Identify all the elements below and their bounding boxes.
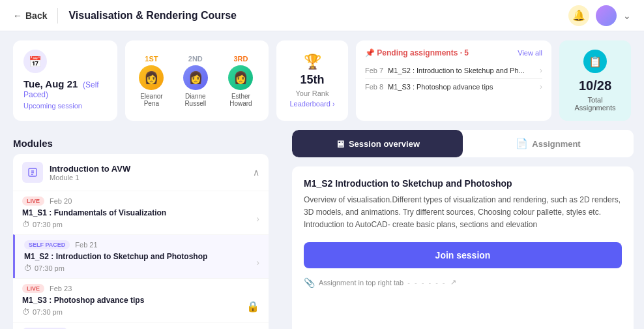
lesson-tag-row-1: LIVE Feb 20 <box>22 196 259 206</box>
header: ← Back Visualisation & Rendering Course … <box>0 0 644 31</box>
view-all-link[interactable]: View all <box>518 49 542 57</box>
assign-item-2[interactable]: Feb 8 M1_S3 : Photoshop advance tips › <box>365 79 542 95</box>
date-label: Tue, Aug 21 <box>23 78 78 89</box>
modules-title: Modules <box>13 130 269 154</box>
lock-icon: 🔒 <box>246 300 259 313</box>
assign-date-1: Feb 7 <box>365 67 388 74</box>
lesson-title-3: M1_S3 : Photoshop advance tips <box>22 296 144 305</box>
total-label: Total Assignments <box>570 96 621 112</box>
lesson-item-2[interactable]: SELF PACED Feb 21 M1_S2 : Introduction t… <box>13 234 269 278</box>
cards-row: 📅 Tue, Aug 21 (Self Paced) Upcoming sess… <box>0 31 644 130</box>
session-title: M1_S2 Introduction to Sketchup and Photo… <box>304 178 622 189</box>
lesson-row-1: M1_S1 : Fundamentals of Visualization ⏱ … <box>22 208 259 229</box>
pin-icon: 📌 <box>365 48 377 57</box>
session-card: M1_S2 Introduction to Sketchup and Photo… <box>292 166 634 329</box>
header-icons: 🔔 ⌄ <box>568 5 631 26</box>
assign-date-2: Feb 8 <box>365 83 388 91</box>
assign-arrow-2: › <box>540 82 542 91</box>
assign-text-1: M1_S2 : Introduction to Sketchup and Ph.… <box>388 67 540 74</box>
hint-arrow: ↗ <box>450 278 456 287</box>
assign-text-2: M1_S3 : Photoshop advance tips <box>388 83 540 91</box>
hint-row: 📎 Assignment in top right tab - - - - - … <box>304 277 622 288</box>
content-panel: 🖥 Session overview 📄 Assignment M1_S2 In… <box>282 130 644 329</box>
tab-assignment[interactable]: 📄 Assignment <box>463 130 634 157</box>
lb-name-3: Esther Howard <box>224 93 258 107</box>
assign-item-1[interactable]: Feb 7 M1_S2 : Introduction to Sketchup a… <box>365 63 542 79</box>
lesson-tag-2: SELF PACED <box>24 240 70 249</box>
lesson-date-1: Feb 20 <box>50 197 72 205</box>
lesson-title-2: M1_S2 : Introduction to Sketchup and Pho… <box>24 252 207 261</box>
date-card: 📅 Tue, Aug 21 (Self Paced) Upcoming sess… <box>13 40 117 121</box>
lesson-tag-1: LIVE <box>22 196 44 206</box>
lb-person-2: 2ND 👩 Dianne Russell <box>178 55 213 107</box>
lesson-arrow-2: › <box>256 257 259 268</box>
page-title: Visualisation & Rendering Course <box>68 10 558 22</box>
session-icon: 🖥 <box>335 138 345 149</box>
back-icon: ← <box>13 10 22 21</box>
lb-rank-3: 3RD <box>233 55 248 63</box>
leaderboard-link[interactable]: Leaderboard › <box>289 100 334 108</box>
total-assignments-card: 📋 10/28 Total Assignments <box>559 40 631 121</box>
module-icon-1 <box>22 162 43 183</box>
my-rank-card: 🏆 15th Your Rank Leaderboard › <box>276 40 348 121</box>
lesson-time-2: ⏱ 07:30 pm <box>24 264 207 273</box>
lesson-tag-row-3: LIVE Feb 23 <box>22 284 259 293</box>
lesson-row-2: M1_S2 : Introduction to Sketchup and Pho… <box>24 252 259 273</box>
lesson-item-3[interactable]: LIVE Feb 23 M1_S3 : Photoshop advance ti… <box>13 278 269 322</box>
lb-rank-2: 2ND <box>188 55 203 63</box>
upcoming-label: Upcoming session <box>23 102 107 110</box>
lesson-date-3: Feb 23 <box>50 285 72 292</box>
hint-icon: 📎 <box>304 277 315 288</box>
lb-rank-1: 1ST <box>145 55 158 63</box>
lb-avatar-3: 👩 <box>228 65 253 90</box>
back-button[interactable]: ← Back <box>13 10 47 21</box>
rank-number: 15th <box>300 73 324 87</box>
assignment-icon: 📄 <box>516 138 528 149</box>
header-divider <box>57 8 58 24</box>
lesson-item-4[interactable]: SELF PACED Feb 24 <box>13 322 269 329</box>
module-collapse-icon[interactable]: ∧ <box>253 167 259 178</box>
hint-text: Assignment in top right tab <box>319 279 403 287</box>
avatar[interactable] <box>596 5 617 26</box>
module-name-1: Introduction to AVW <box>50 164 253 174</box>
clock-icon-1: ⏱ <box>22 220 30 229</box>
lesson-row-3: M1_S3 : Photoshop advance tips ⏱ 07:30 p… <box>22 296 259 317</box>
chevron-down-icon[interactable]: ⌄ <box>623 10 631 21</box>
lb-avatar-1: 👩 <box>139 65 164 90</box>
main-content: Modules Introduction to AVW Module 1 ∧ L… <box>0 130 644 329</box>
module-sub-1: Module 1 <box>50 174 253 181</box>
trophy-icon: 🏆 <box>304 54 321 70</box>
lb-name-2: Dianne Russell <box>178 93 213 107</box>
lb-avatar-2: 👩 <box>183 65 208 90</box>
assign-header: 📌 Pending assignments · 5 View all <box>365 48 542 57</box>
lb-name-1: Eleanor Pena <box>136 93 168 107</box>
lesson-tag-3: LIVE <box>22 284 44 293</box>
lesson-time-1: ⏱ 07:30 pm <box>22 220 166 229</box>
session-tabs: 🖥 Session overview 📄 Assignment <box>292 130 634 157</box>
module-header-1[interactable]: Introduction to AVW Module 1 ∧ <box>13 154 269 191</box>
lesson-title-1: M1_S1 : Fundamentals of Visualization <box>22 208 166 217</box>
lb-person-1: 1ST 👩 Eleanor Pena <box>136 55 168 107</box>
lesson-tag-row-2: SELF PACED Feb 21 <box>24 240 259 249</box>
assign-arrow-1: › <box>540 66 542 75</box>
clock-icon-3: ⏱ <box>22 307 30 317</box>
tab-session-overview[interactable]: 🖥 Session overview <box>292 130 463 157</box>
total-count: 10/28 <box>579 78 611 93</box>
lb-person-3: 3RD 👩 Esther Howard <box>224 55 258 107</box>
lesson-item-1[interactable]: LIVE Feb 20 M1_S1 : Fundamentals of Visu… <box>13 191 269 234</box>
total-icon: 📋 <box>583 50 607 73</box>
module-group-1: Introduction to AVW Module 1 ∧ LIVE Feb … <box>13 154 269 329</box>
lesson-date-2: Feb 21 <box>75 241 97 249</box>
session-description: Overview of visualisation.Different type… <box>304 194 622 232</box>
modules-panel: Modules Introduction to AVW Module 1 ∧ L… <box>0 130 282 329</box>
join-session-button[interactable]: Join session <box>304 242 622 268</box>
calendar-icon: 📅 <box>23 50 47 73</box>
module-info-1: Introduction to AVW Module 1 <box>50 164 253 181</box>
rank-label: Your Rank <box>296 89 329 97</box>
lesson-arrow-1: › <box>256 213 259 224</box>
leaderboard-card: 1ST 👩 Eleanor Pena 2ND 👩 Dianne Russell … <box>125 40 269 121</box>
bell-icon[interactable]: 🔔 <box>568 5 589 26</box>
hint-dots: - - - - - - <box>407 279 446 287</box>
assignments-card: 📌 Pending assignments · 5 View all Feb 7… <box>356 40 551 121</box>
clock-icon-2: ⏱ <box>24 264 32 273</box>
